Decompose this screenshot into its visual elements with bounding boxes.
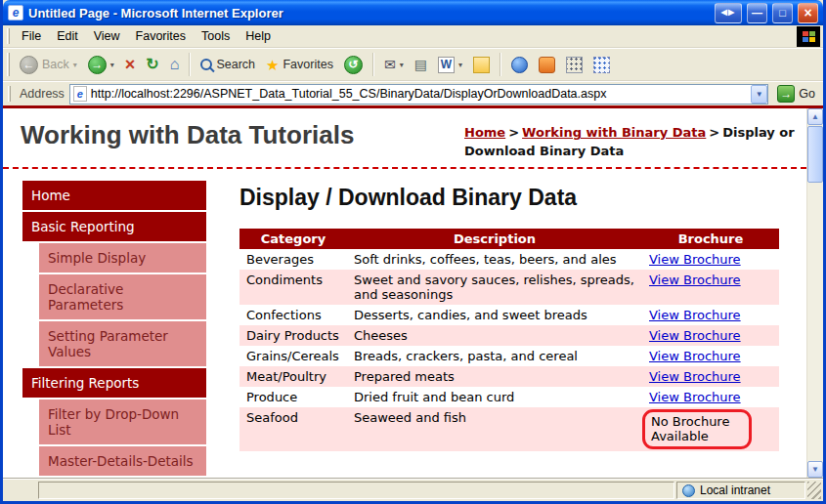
url-text[interactable]: http://localhost:2296/ASPNET_Data_Tutori… <box>91 87 747 101</box>
main-content: Display / Download Binary Data Category … <box>239 181 806 451</box>
menu-favorites[interactable]: Favorites <box>128 26 194 46</box>
description-cell: Prepared meats <box>347 366 642 387</box>
web-page: Working with Data Tutorials Home>Working… <box>3 108 806 478</box>
view-brochure-link[interactable]: View Brochure <box>649 369 741 384</box>
back-dropdown-icon[interactable]: ▾ <box>73 61 77 69</box>
forward-button[interactable]: → ▾ <box>83 53 119 77</box>
stop-button[interactable]: × <box>120 53 141 76</box>
window-resize-grip[interactable] <box>807 482 821 499</box>
view-brochure-link[interactable]: View Brochure <box>649 390 741 404</box>
toolbar-grip[interactable] <box>7 53 10 76</box>
scroll-up-button[interactable]: ▲ <box>807 108 823 125</box>
research-button[interactable] <box>561 54 587 76</box>
menu-grip[interactable] <box>7 28 10 44</box>
description-cell: Sweet and savory sauces, relishes, sprea… <box>347 270 642 305</box>
vertical-scrollbar[interactable]: ▲ ▼ <box>806 108 823 478</box>
sidebar-item-basic-reporting[interactable]: Basic Reporting <box>22 212 206 241</box>
history-icon: ↺ <box>344 56 363 74</box>
menu-help[interactable]: Help <box>238 26 279 46</box>
address-dropdown-button[interactable]: ▼ <box>751 85 767 104</box>
sidebar-item-filter-by-dropdown-list[interactable]: Filter by Drop-Down List <box>39 399 206 444</box>
web-globe-button[interactable] <box>506 54 533 76</box>
mail-icon: ✉ <box>384 58 396 71</box>
word-dropdown-icon[interactable]: ▾ <box>458 61 462 69</box>
go-button[interactable]: → Go <box>773 85 819 103</box>
word-icon: W <box>438 57 455 73</box>
sidebar-item-filtering-reports[interactable]: Filtering Reports <box>22 368 206 398</box>
address-bar: Address e http://localhost:2296/ASPNET_D… <box>3 81 823 105</box>
home-button[interactable]: ⌂ <box>165 54 185 75</box>
column-header-brochure: Brochure <box>642 229 779 249</box>
favorites-label: Favorites <box>283 58 332 71</box>
back-button[interactable]: ← Back ▾ <box>15 53 82 77</box>
breadcrumb-link-binary-data[interactable]: Working with Binary Data <box>522 125 706 140</box>
toolbar-separator <box>189 53 191 76</box>
menu-tools[interactable]: Tools <box>194 26 238 46</box>
sidebar-item-declarative-parameters[interactable]: Declarative Parameters <box>39 274 206 319</box>
menu-file[interactable]: File <box>14 26 49 46</box>
category-cell: Seafood <box>239 407 347 451</box>
breadcrumb-separator: > <box>709 125 719 140</box>
scrollbar-thumb[interactable] <box>807 126 823 183</box>
table-row: Confections Desserts, candies, and sweet… <box>239 305 779 325</box>
view-brochure-link[interactable]: View Brochure <box>649 328 741 343</box>
window-nav-button[interactable]: ◀▶ <box>715 3 742 23</box>
print-icon: ▤ <box>414 58 427 71</box>
forward-dropdown-icon[interactable]: ▾ <box>110 61 114 69</box>
search-button[interactable]: Search <box>196 55 260 74</box>
addressbar-grip[interactable] <box>8 86 11 102</box>
breadcrumb: Home>Working with Binary Data>Display or… <box>464 124 797 161</box>
mail-button[interactable]: ✉ ▾ <box>379 55 409 74</box>
discuss-icon <box>473 57 490 73</box>
status-bar: Local intranet <box>3 478 823 501</box>
menu-edit[interactable]: Edit <box>49 26 86 46</box>
stop-icon: × <box>125 56 136 73</box>
favorites-button[interactable]: ★ Favorites <box>261 55 338 75</box>
view-brochure-link[interactable]: View Brochure <box>649 308 741 322</box>
category-cell: Confections <box>239 305 347 325</box>
content-row: Home Basic Reporting Simple Display Decl… <box>3 169 806 478</box>
site-title: Working with Data Tutorials <box>21 120 354 150</box>
sidebar-item-setting-parameter-values[interactable]: Setting Parameter Values <box>39 321 206 366</box>
edit-with-word-button[interactable]: W ▾ <box>433 54 467 76</box>
close-button[interactable]: × <box>798 3 818 23</box>
menu-view[interactable]: View <box>86 26 128 46</box>
toolbar-options-button[interactable] <box>588 54 615 76</box>
scrollbar-track[interactable] <box>807 183 823 461</box>
view-brochure-link[interactable]: View Brochure <box>649 273 741 287</box>
print-button[interactable]: ▤ <box>410 55 432 74</box>
messenger-button[interactable] <box>534 54 560 76</box>
history-button[interactable]: ↺ <box>339 53 368 77</box>
table-row: Condiments Sweet and savory sauces, reli… <box>239 270 779 305</box>
sidebar-item-home[interactable]: Home <box>22 181 206 210</box>
no-brochure-annotation: No Brochure Available <box>642 409 752 449</box>
mail-dropdown-icon[interactable]: ▾ <box>400 61 404 69</box>
description-cell: Dried fruit and bean curd <box>347 387 642 407</box>
minimize-button[interactable]: — <box>747 3 767 23</box>
discuss-button[interactable] <box>468 54 495 76</box>
sidebar-item-simple-display[interactable]: Simple Display <box>39 243 206 273</box>
sidebar-nav: Home Basic Reporting Simple Display Decl… <box>22 181 206 478</box>
zone-label: Local intranet <box>700 483 770 497</box>
go-arrow-icon: → <box>777 85 795 103</box>
standard-toolbar: ← Back ▾ → ▾ × ↻ ⌂ Search ★ Favorites ↺ <box>3 48 823 81</box>
breadcrumb-link-home[interactable]: Home <box>464 125 505 140</box>
view-brochure-link[interactable]: View Brochure <box>649 349 741 363</box>
grid-icon <box>593 57 610 73</box>
view-brochure-link[interactable]: View Brochure <box>649 252 741 267</box>
address-input[interactable]: e http://localhost:2296/ASPNET_Data_Tuto… <box>69 84 768 105</box>
title-bar[interactable]: e Untitled Page - Microsoft Internet Exp… <box>3 0 823 25</box>
table-row: Grains/Cereals Breads, crackers, pasta, … <box>239 346 779 366</box>
globe-icon <box>511 57 528 73</box>
refresh-button[interactable]: ↻ <box>141 54 163 75</box>
sidebar-item-master-details-details[interactable]: Master-Details-Details <box>39 446 206 476</box>
intranet-globe-icon <box>682 484 695 497</box>
column-header-category: Category <box>239 229 347 249</box>
ie-page-icon: e <box>8 5 23 21</box>
category-cell: Condiments <box>239 270 347 305</box>
category-cell: Meat/Poultry <box>239 366 347 387</box>
description-cell: Soft drinks, coffees, teas, beers, and a… <box>347 249 642 270</box>
windows-throbber-icon <box>797 26 820 47</box>
maximize-button[interactable]: □ <box>772 3 793 23</box>
scroll-down-button[interactable]: ▼ <box>807 461 823 478</box>
